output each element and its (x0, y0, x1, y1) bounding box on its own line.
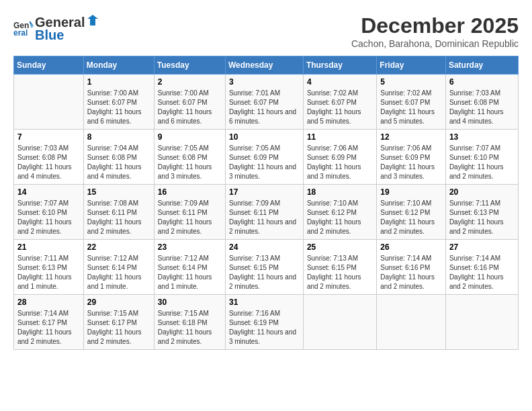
calendar-cell: 9Sunrise: 7:05 AMSunset: 6:08 PMDaylight… (154, 130, 225, 185)
calendar-cell: 31Sunrise: 7:16 AMSunset: 6:19 PMDayligh… (225, 295, 303, 350)
calendar-cell: 7Sunrise: 7:03 AMSunset: 6:08 PMDaylight… (14, 130, 84, 185)
day-info: Sunrise: 7:04 AMSunset: 6:08 PMDaylight:… (87, 144, 150, 181)
week-row-2: 14Sunrise: 7:07 AMSunset: 6:10 PMDayligh… (14, 185, 519, 240)
day-number: 4 (307, 77, 373, 87)
calendar-cell: 21Sunrise: 7:11 AMSunset: 6:13 PMDayligh… (14, 240, 84, 295)
day-number: 19 (380, 187, 442, 197)
day-info: Sunrise: 7:13 AMSunset: 6:15 PMDaylight:… (307, 254, 373, 291)
day-info: Sunrise: 7:03 AMSunset: 6:08 PMDaylight:… (449, 89, 515, 126)
day-info: Sunrise: 7:10 AMSunset: 6:12 PMDaylight:… (307, 199, 373, 236)
calendar-cell: 14Sunrise: 7:07 AMSunset: 6:10 PMDayligh… (14, 185, 84, 240)
day-info: Sunrise: 7:14 AMSunset: 6:16 PMDaylight:… (380, 254, 442, 291)
calendar-cell: 1Sunrise: 7:00 AMSunset: 6:07 PMDaylight… (83, 75, 154, 130)
svg-marker-4 (87, 15, 98, 26)
day-info: Sunrise: 7:09 AMSunset: 6:11 PMDaylight:… (229, 199, 300, 236)
calendar-cell: 8Sunrise: 7:04 AMSunset: 6:08 PMDaylight… (83, 130, 154, 185)
calendar-cell: 2Sunrise: 7:00 AMSunset: 6:07 PMDaylight… (154, 75, 225, 130)
header-monday: Monday (83, 56, 154, 75)
day-number: 15 (87, 187, 150, 197)
svg-text:eral: eral (13, 28, 28, 38)
day-info: Sunrise: 7:09 AMSunset: 6:11 PMDaylight:… (158, 199, 222, 236)
day-number: 23 (158, 242, 222, 252)
day-number: 14 (17, 187, 80, 197)
week-row-0: 1Sunrise: 7:00 AMSunset: 6:07 PMDaylight… (14, 75, 519, 130)
day-number: 1 (87, 77, 150, 87)
day-info: Sunrise: 7:12 AMSunset: 6:14 PMDaylight:… (87, 254, 150, 291)
calendar-cell: 29Sunrise: 7:15 AMSunset: 6:17 PMDayligh… (83, 295, 154, 350)
day-info: Sunrise: 7:00 AMSunset: 6:07 PMDaylight:… (158, 89, 222, 126)
day-number: 21 (17, 242, 80, 252)
calendar-cell: 22Sunrise: 7:12 AMSunset: 6:14 PMDayligh… (83, 240, 154, 295)
calendar-cell: 4Sunrise: 7:02 AMSunset: 6:07 PMDaylight… (303, 75, 376, 130)
day-number: 22 (87, 242, 150, 252)
calendar-cell: 23Sunrise: 7:12 AMSunset: 6:14 PMDayligh… (154, 240, 225, 295)
day-info: Sunrise: 7:11 AMSunset: 6:13 PMDaylight:… (449, 199, 515, 236)
calendar-cell: 12Sunrise: 7:06 AMSunset: 6:09 PMDayligh… (377, 130, 446, 185)
day-info: Sunrise: 7:07 AMSunset: 6:10 PMDaylight:… (17, 199, 80, 236)
day-number: 20 (449, 187, 515, 197)
day-info: Sunrise: 7:02 AMSunset: 6:07 PMDaylight:… (307, 89, 373, 126)
calendar-cell (377, 295, 446, 350)
calendar-cell: 30Sunrise: 7:15 AMSunset: 6:18 PMDayligh… (154, 295, 225, 350)
header-thursday: Thursday (303, 56, 376, 75)
week-row-3: 21Sunrise: 7:11 AMSunset: 6:13 PMDayligh… (14, 240, 519, 295)
day-info: Sunrise: 7:12 AMSunset: 6:14 PMDaylight:… (158, 254, 222, 291)
calendar-cell: 5Sunrise: 7:02 AMSunset: 6:07 PMDaylight… (377, 75, 446, 130)
day-number: 30 (158, 298, 222, 307)
header-saturday: Saturday (445, 56, 518, 75)
day-info: Sunrise: 7:10 AMSunset: 6:12 PMDaylight:… (380, 199, 442, 236)
day-info: Sunrise: 7:08 AMSunset: 6:11 PMDaylight:… (87, 199, 150, 236)
day-number: 9 (158, 132, 222, 142)
day-number: 8 (87, 132, 150, 142)
day-info: Sunrise: 7:06 AMSunset: 6:09 PMDaylight:… (307, 144, 373, 181)
page-header: Gen eral General Blue December 2025 Cach… (13, 13, 519, 49)
calendar-cell: 20Sunrise: 7:11 AMSunset: 6:13 PMDayligh… (445, 185, 518, 240)
day-number: 12 (380, 132, 442, 142)
day-number: 11 (307, 132, 373, 142)
calendar-header-row: SundayMondayTuesdayWednesdayThursdayFrid… (14, 56, 519, 75)
day-info: Sunrise: 7:16 AMSunset: 6:19 PMDaylight:… (229, 309, 300, 347)
day-number: 5 (380, 77, 442, 87)
calendar-cell: 25Sunrise: 7:13 AMSunset: 6:15 PMDayligh… (303, 240, 376, 295)
day-number: 6 (449, 77, 515, 87)
day-number: 10 (229, 132, 300, 142)
day-number: 31 (229, 298, 300, 307)
calendar-cell: 18Sunrise: 7:10 AMSunset: 6:12 PMDayligh… (303, 185, 376, 240)
location: Cachon, Barahona, Dominican Republic (351, 38, 519, 49)
day-info: Sunrise: 7:07 AMSunset: 6:10 PMDaylight:… (449, 144, 515, 181)
title-block: December 2025 Cachon, Barahona, Dominica… (351, 13, 519, 49)
day-info: Sunrise: 7:15 AMSunset: 6:18 PMDaylight:… (158, 309, 222, 347)
day-number: 3 (229, 77, 300, 87)
calendar-cell: 6Sunrise: 7:03 AMSunset: 6:08 PMDaylight… (445, 75, 518, 130)
day-info: Sunrise: 7:14 AMSunset: 6:17 PMDaylight:… (17, 309, 80, 347)
day-info: Sunrise: 7:03 AMSunset: 6:08 PMDaylight:… (17, 144, 80, 181)
calendar-cell: 10Sunrise: 7:05 AMSunset: 6:09 PMDayligh… (225, 130, 303, 185)
calendar-cell: 19Sunrise: 7:10 AMSunset: 6:12 PMDayligh… (377, 185, 446, 240)
header-sunday: Sunday (14, 56, 84, 75)
calendar-cell: 28Sunrise: 7:14 AMSunset: 6:17 PMDayligh… (14, 295, 84, 350)
day-number: 7 (17, 132, 80, 142)
calendar-cell: 15Sunrise: 7:08 AMSunset: 6:11 PMDayligh… (83, 185, 154, 240)
day-number: 26 (380, 242, 442, 252)
calendar-cell: 26Sunrise: 7:14 AMSunset: 6:16 PMDayligh… (377, 240, 446, 295)
day-number: 27 (449, 242, 515, 252)
day-info: Sunrise: 7:13 AMSunset: 6:15 PMDaylight:… (229, 254, 300, 291)
day-number: 25 (307, 242, 373, 252)
calendar-cell: 13Sunrise: 7:07 AMSunset: 6:10 PMDayligh… (445, 130, 518, 185)
day-info: Sunrise: 7:06 AMSunset: 6:09 PMDaylight:… (380, 144, 442, 181)
calendar-cell: 17Sunrise: 7:09 AMSunset: 6:11 PMDayligh… (225, 185, 303, 240)
header-friday: Friday (377, 56, 446, 75)
month-title: December 2025 (351, 13, 519, 38)
week-row-1: 7Sunrise: 7:03 AMSunset: 6:08 PMDaylight… (14, 130, 519, 185)
header-tuesday: Tuesday (154, 56, 225, 75)
day-number: 2 (158, 77, 222, 87)
header-wednesday: Wednesday (225, 56, 303, 75)
day-number: 18 (307, 187, 373, 197)
week-row-4: 28Sunrise: 7:14 AMSunset: 6:17 PMDayligh… (14, 295, 519, 350)
logo-icon: Gen eral (13, 18, 34, 38)
calendar-cell: 11Sunrise: 7:06 AMSunset: 6:09 PMDayligh… (303, 130, 376, 185)
day-info: Sunrise: 7:00 AMSunset: 6:07 PMDaylight:… (87, 89, 150, 126)
day-info: Sunrise: 7:02 AMSunset: 6:07 PMDaylight:… (380, 89, 442, 126)
calendar-cell: 27Sunrise: 7:14 AMSunset: 6:16 PMDayligh… (445, 240, 518, 295)
calendar-cell: 24Sunrise: 7:13 AMSunset: 6:15 PMDayligh… (225, 240, 303, 295)
